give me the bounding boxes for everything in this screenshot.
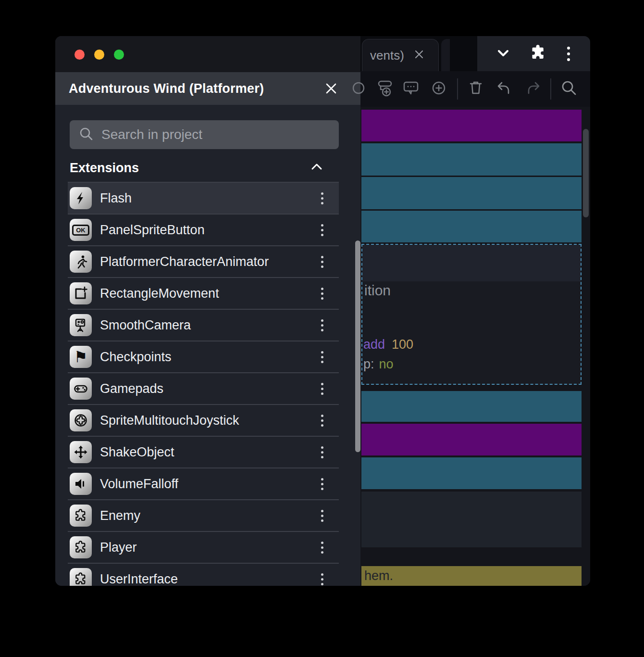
- minimize-window-button[interactable]: [94, 50, 104, 60]
- list-item-shakeobject[interactable]: ShakeObject: [68, 437, 339, 468]
- next-tab-edge[interactable]: [441, 39, 450, 71]
- add-comment-icon[interactable]: [401, 78, 421, 100]
- add-subevent-icon[interactable]: [374, 78, 395, 100]
- more-options-kebab-icon[interactable]: [564, 44, 573, 64]
- kebab-menu-icon[interactable]: [318, 316, 326, 334]
- undo-icon[interactable]: [493, 77, 514, 101]
- kebab-menu-icon[interactable]: [318, 412, 326, 430]
- extension-label: ShakeObject: [100, 445, 174, 460]
- action-line: add100: [363, 337, 413, 352]
- gdevelop-window: Adventurous Wind (Platformer) Extensions: [55, 36, 590, 586]
- event-row-teal[interactable]: [361, 177, 582, 209]
- kebab-menu-icon[interactable]: [318, 507, 326, 525]
- desktop-background: Adventurous Wind (Platformer) Extensions: [0, 0, 644, 657]
- action-value: 100: [392, 337, 413, 352]
- kebab-menu-icon[interactable]: [318, 570, 326, 586]
- extension-label: Flash: [100, 191, 132, 206]
- event-row-teal[interactable]: [361, 211, 582, 242]
- event-row-empty[interactable]: [361, 492, 582, 547]
- partial-add-event-icon[interactable]: [351, 81, 366, 97]
- event-row-teal[interactable]: [361, 143, 582, 176]
- extensions-puzzle-icon[interactable]: [529, 44, 547, 64]
- redo-icon[interactable]: [523, 77, 544, 101]
- chevron-down-icon[interactable]: [495, 44, 512, 63]
- runner-extension-icon: [70, 251, 92, 273]
- list-item-flash[interactable]: Flash: [68, 183, 339, 215]
- comment-text: hem.: [361, 569, 393, 583]
- kebab-menu-icon[interactable]: [318, 380, 326, 398]
- toolbar-divider: [457, 78, 458, 100]
- close-panel-icon[interactable]: [324, 81, 338, 96]
- events-toolbar: [360, 71, 590, 107]
- search-box[interactable]: [70, 120, 339, 149]
- list-item-volumefalloff[interactable]: VolumeFalloff: [68, 468, 339, 500]
- tab-bar: vents): [360, 36, 590, 71]
- extension-label: Gamepads: [100, 381, 163, 396]
- list-item-player[interactable]: Player: [68, 532, 339, 564]
- window-controls-panel: [477, 36, 590, 71]
- close-tab-icon[interactable]: [414, 49, 424, 62]
- kebab-menu-icon[interactable]: [318, 253, 326, 271]
- list-item-enemy[interactable]: Enemy: [68, 500, 339, 532]
- delete-icon[interactable]: [466, 78, 486, 100]
- zoom-window-button[interactable]: [114, 50, 124, 60]
- puzzle-extension-icon: [70, 568, 92, 586]
- kebab-menu-icon[interactable]: [318, 285, 326, 303]
- comment-event-row[interactable]: hem.: [361, 566, 582, 586]
- flash-extension-icon: [70, 187, 92, 209]
- extension-label: PlatformerCharacterAnimator: [100, 254, 269, 269]
- kebab-menu-icon[interactable]: [318, 221, 326, 239]
- events-sheet: ition add100 p:no hem.: [360, 107, 590, 586]
- selected-event-condition-strip[interactable]: [362, 245, 581, 281]
- extension-label: SmoothCamera: [100, 318, 191, 333]
- event-row-teal[interactable]: [361, 457, 582, 489]
- joystick-extension-icon: [70, 409, 92, 431]
- list-item-smoothcamera[interactable]: SmoothCamera: [68, 310, 339, 341]
- camera-extension-icon: [70, 314, 92, 336]
- project-panel-header: Adventurous Wind (Platformer): [55, 72, 360, 105]
- traffic-lights: [74, 50, 124, 60]
- chevron-up-icon[interactable]: [310, 160, 324, 176]
- search-input[interactable]: [101, 127, 330, 142]
- kebab-menu-icon[interactable]: [318, 190, 326, 207]
- parameter-label: p:: [363, 357, 374, 371]
- puzzle-extension-icon: [70, 505, 92, 527]
- kebab-menu-icon[interactable]: [318, 475, 326, 493]
- list-item-userinterface[interactable]: UserInterface: [68, 564, 339, 586]
- selected-event[interactable]: ition add100 p:no: [361, 244, 582, 385]
- events-scrollbar-thumb[interactable]: [583, 129, 589, 217]
- add-new-event-icon[interactable]: [429, 78, 449, 100]
- gamepad-extension-icon: [70, 378, 92, 400]
- event-row-teal[interactable]: [361, 391, 582, 422]
- extension-label: PanelSpriteButton: [100, 223, 205, 238]
- search-events-icon[interactable]: [558, 77, 580, 101]
- project-title: Adventurous Wind (Platformer): [69, 81, 264, 96]
- event-row-purple[interactable]: [361, 424, 582, 455]
- close-window-button[interactable]: [74, 50, 85, 60]
- action-keyword: add: [363, 337, 385, 352]
- parameter-line: p:no: [363, 357, 394, 372]
- editor-region: vents): [360, 36, 590, 586]
- extension-label: Enemy: [100, 508, 140, 523]
- event-row-purple[interactable]: [361, 110, 582, 141]
- extension-label: VolumeFalloff: [100, 477, 178, 492]
- panel-scrollbar-thumb[interactable]: [355, 240, 360, 452]
- list-item-panelspritebutton[interactable]: OK PanelSpriteButton: [68, 215, 339, 246]
- kebab-menu-icon[interactable]: [318, 443, 326, 461]
- tab-events-sheet[interactable]: vents): [362, 39, 439, 71]
- extension-label: Checkpoints: [100, 350, 172, 365]
- toolbar-divider: [550, 78, 551, 100]
- list-item-platformercharacteranimator[interactable]: PlatformerCharacterAnimator: [68, 246, 339, 278]
- list-item-rectanglemovement[interactable]: RectangleMovement: [68, 278, 339, 310]
- extension-label: SpriteMultitouchJoystick: [100, 413, 239, 428]
- extension-label: Player: [100, 540, 137, 555]
- speaker-extension-icon: [70, 473, 92, 495]
- kebab-menu-icon[interactable]: [318, 539, 326, 556]
- extensions-list: Flash OK PanelSpriteButton: [68, 182, 339, 586]
- list-item-spritemultitouchjoystick[interactable]: SpriteMultitouchJoystick: [68, 405, 339, 437]
- kebab-menu-icon[interactable]: [318, 348, 326, 366]
- parameter-value: no: [379, 357, 394, 371]
- list-item-gamepads[interactable]: Gamepads: [68, 373, 339, 405]
- list-item-checkpoints[interactable]: ⚑ Checkpoints: [68, 341, 339, 373]
- extensions-section-header[interactable]: Extensions: [70, 157, 332, 178]
